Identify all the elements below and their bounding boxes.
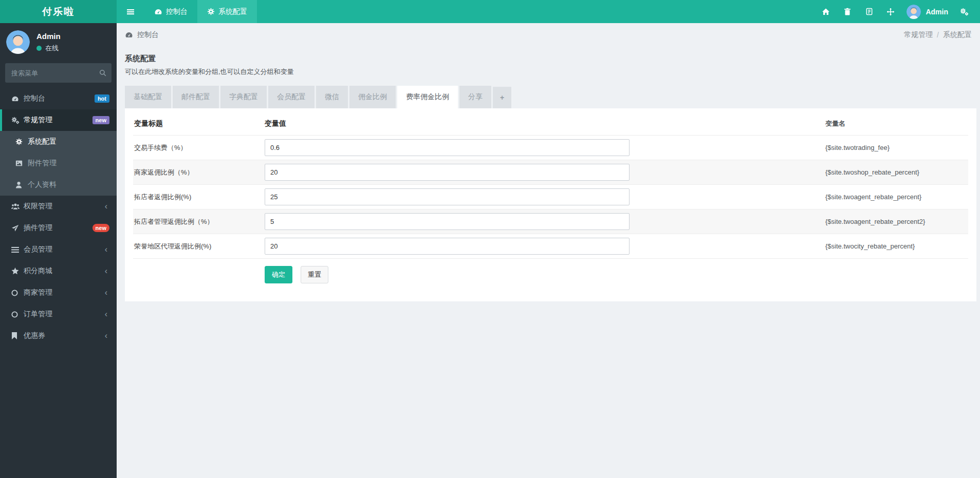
row-title: 商家返佣比例（%）: [133, 168, 265, 177]
city-rebate-input[interactable]: [265, 238, 630, 255]
hot-badge: hot: [95, 94, 109, 103]
dashboard-icon: [125, 31, 133, 39]
table-row: 拓店者管理返佣比例（%） {$site.twoagent_rebate_perc…: [133, 209, 968, 234]
page-title: 系统配置: [125, 54, 976, 64]
sidebar-toggle-button[interactable]: [117, 0, 144, 23]
tab-content: 变量标题 变量值 变量名 交易手续费（%） {$site.twotrading_…: [125, 108, 976, 301]
circle-icon: [11, 311, 24, 318]
config-table: 变量标题 变量值 变量名 交易手续费（%） {$site.twotrading_…: [133, 112, 968, 286]
avatar: [907, 5, 921, 19]
list-icon: [11, 246, 24, 253]
top-navbar: 付乐啦 控制台 系统配置: [0, 0, 980, 23]
brand-logo[interactable]: 付乐啦: [0, 0, 117, 23]
nav-tab-system-config[interactable]: 系统配置: [197, 0, 257, 23]
log-icon: [865, 8, 873, 15]
nav-tab-console[interactable]: 控制台: [144, 0, 197, 23]
profile-name: Admin: [36, 32, 61, 41]
chevron-left-icon: ‹: [105, 245, 109, 254]
table-header-row: 变量标题 变量值 变量名: [133, 112, 968, 135]
sidebar-item-order-management[interactable]: 订单管理 ‹: [0, 303, 117, 325]
nav-tab-label: 控制台: [166, 7, 188, 16]
home-icon: [822, 8, 830, 16]
tab-wechat[interactable]: 微信: [316, 86, 348, 108]
hamburger-icon: [126, 8, 135, 16]
column-header-value: 变量值: [265, 119, 825, 128]
image-icon: [15, 160, 28, 167]
online-dot-icon: [36, 46, 42, 51]
row-varname: {$site.twotrading_fee}: [825, 144, 968, 151]
sidebar-item-merchant-management[interactable]: 商家管理 ‹: [0, 282, 117, 303]
sidebar-item-points-mall[interactable]: 积分商城 ‹: [0, 260, 117, 282]
gear-icon: [207, 8, 215, 15]
tab-mail-config[interactable]: 邮件配置: [173, 86, 219, 108]
users-icon: [11, 203, 24, 210]
row-varname: {$site.twocity_rebate_percent}: [825, 242, 968, 250]
column-header-title: 变量标题: [133, 119, 265, 128]
sidebar-item-permission-management[interactable]: 权限管理 ‹: [0, 196, 117, 217]
reset-button[interactable]: 重置: [301, 266, 328, 283]
chevron-left-icon: ‹: [105, 289, 109, 297]
trash-icon: [844, 8, 851, 15]
settings-button[interactable]: [955, 0, 973, 23]
row-title: 拓店者管理返佣比例（%）: [133, 217, 265, 226]
user-icon: [15, 181, 28, 188]
home-button[interactable]: [817, 0, 835, 23]
submenu-general-management: 系统配置 附件管理 个人资料: [0, 131, 117, 196]
new-badge: new: [93, 116, 109, 124]
table-row: 拓店者返佣比例(%) {$site.twoagent_rebate_percen…: [133, 184, 968, 209]
table-row: 交易手续费（%） {$site.twotrading_fee}: [133, 135, 968, 160]
tab-rate-commission-ratio[interactable]: 费率佣金比例: [397, 86, 458, 108]
breadcrumb-parent-link[interactable]: 常规管理: [904, 30, 933, 40]
avatar: [6, 30, 30, 54]
log-button[interactable]: [860, 0, 878, 23]
sidebar-item-attachment-management[interactable]: 附件管理: [0, 152, 117, 174]
agent-manage-rebate-input[interactable]: [265, 213, 630, 230]
sidebar-item-plugin-management[interactable]: 插件管理 new: [0, 217, 117, 239]
breadcrumb-current-left: 控制台: [137, 30, 159, 40]
user-menu[interactable]: Admin: [903, 5, 951, 19]
sidebar-profile: Admin 在线: [0, 23, 117, 62]
chevron-left-icon: ‹: [105, 332, 109, 340]
nav-tab-label: 系统配置: [218, 7, 247, 16]
sidebar-item-member-management[interactable]: 会员管理 ‹: [0, 239, 117, 260]
config-tabs: 基础配置 邮件配置 字典配置 会员配置 微信 佣金比例 费率佣金比例 分享 +: [125, 86, 976, 108]
search-button[interactable]: [94, 63, 112, 83]
page-subtitle: 可以在此增改系统的变量和分组,也可以自定义分组和变量: [125, 67, 976, 77]
breadcrumb-separator: /: [937, 31, 939, 39]
sidebar-item-personal-profile[interactable]: 个人资料: [0, 174, 117, 196]
circle-icon: [11, 290, 24, 296]
chevron-left-icon: ‹: [105, 202, 109, 211]
row-title: 荣誉地区代理返佣比例(%): [133, 242, 265, 251]
row-varname: {$site.twoagent_rebate_percent}: [825, 193, 968, 201]
shop-rebate-input[interactable]: [265, 164, 630, 181]
cogs-icon: [11, 117, 24, 124]
agent-rebate-input[interactable]: [265, 188, 630, 205]
bookmark-icon: [11, 332, 24, 339]
tab-share[interactable]: 分享: [459, 86, 491, 108]
add-tab-button[interactable]: +: [493, 87, 511, 108]
confirm-button[interactable]: 确定: [265, 266, 292, 283]
row-title: 交易手续费（%）: [133, 143, 265, 152]
table-row: 商家返佣比例（%） {$site.twoshop_rebate_percent}: [133, 160, 968, 184]
sidebar-item-general-management[interactable]: 常规管理 new: [0, 109, 117, 131]
trading-fee-input[interactable]: [265, 139, 630, 156]
star-icon: [11, 267, 24, 275]
sidebar-item-system-config[interactable]: 系统配置: [0, 131, 117, 152]
tab-dictionary-config[interactable]: 字典配置: [220, 86, 267, 108]
column-header-name: 变量名: [825, 119, 968, 128]
row-varname: {$site.twoagent_rebate_percent2}: [825, 218, 968, 225]
sidebar-item-coupon[interactable]: 优惠券 ‹: [0, 325, 117, 347]
tab-commission-ratio[interactable]: 佣金比例: [349, 86, 396, 108]
breadcrumb: 控制台 常规管理 / 系统配置: [117, 23, 980, 47]
clear-cache-button[interactable]: [839, 0, 856, 23]
dashboard-icon: [11, 95, 24, 103]
sidebar-item-console[interactable]: 控制台 hot: [0, 88, 117, 109]
gear-icon: [15, 138, 28, 145]
expand-icon: [886, 8, 895, 16]
tab-member-config[interactable]: 会员配置: [268, 86, 315, 108]
table-row: 荣誉地区代理返佣比例(%) {$site.twocity_rebate_perc…: [133, 234, 968, 258]
main-area: 控制台 常规管理 / 系统配置 系统配置 可以在此增改系统的变量和分组,也可以自…: [117, 23, 980, 478]
fullscreen-button[interactable]: [882, 0, 899, 23]
sidebar: Admin 在线 控制台 hot 常规管理 new: [0, 23, 117, 478]
tab-basic-config[interactable]: 基础配置: [125, 86, 171, 108]
